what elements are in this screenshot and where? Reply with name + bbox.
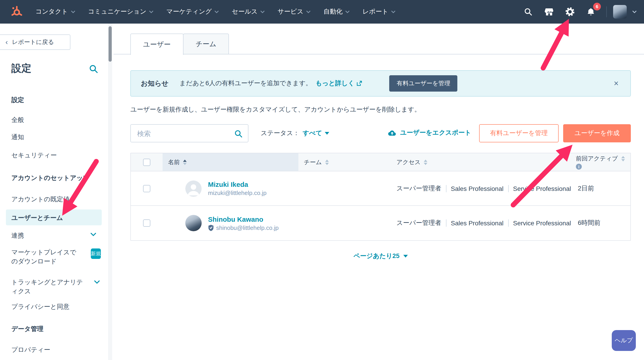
chevron-left-icon: ‹ [6, 38, 8, 46]
search-input[interactable] [131, 125, 248, 142]
nav-item-automation[interactable]: 自動化 [317, 0, 356, 23]
column-header-access[interactable]: アクセス [386, 153, 570, 171]
sidebar-scrollbar[interactable] [108, 23, 112, 360]
status-label: ステータス： [261, 129, 300, 137]
chevron-down-icon [345, 10, 350, 13]
sidebar-item-notifications[interactable]: 通知 [11, 132, 101, 142]
row-checkbox[interactable] [143, 185, 150, 192]
tab-teams[interactable]: チーム [183, 33, 229, 54]
verified-shield-icon [208, 224, 214, 231]
main-content: ユーザー チーム お知らせ まだあと6人の有料ユーザーを追加できます。 もっと詳… [114, 23, 644, 360]
sort-icon[interactable] [183, 159, 187, 165]
back-to-reports-button[interactable]: ‹ レポートに戻る [0, 34, 70, 50]
users-table: 名前 チーム アクセス 前回アクティブ i [130, 153, 631, 241]
create-user-button[interactable]: ユーザーを作成 [563, 124, 631, 142]
nav-item-sales[interactable]: セールス [225, 0, 271, 23]
chevron-down-icon [391, 10, 396, 13]
help-button[interactable]: ヘルプ [612, 330, 636, 351]
export-cloud-icon [388, 130, 396, 136]
divider [606, 6, 607, 17]
learn-more-link[interactable]: もっと詳しく [316, 79, 362, 88]
sort-icon[interactable] [325, 159, 328, 165]
user-name-link[interactable]: Mizuki Ikeda [208, 180, 266, 188]
manage-paid-users-banner-button[interactable]: 有料ユーザーを管理 [390, 75, 458, 92]
column-header-name[interactable]: 名前 [162, 153, 298, 171]
notifications-bell-icon[interactable]: 6 [582, 3, 600, 21]
new-badge: 新規 [91, 248, 101, 259]
table-row: Mizuki Ikeda mizuki@littlehelp.co.jp スーパ… [131, 171, 630, 206]
user-email: shinobu@littlehelp.co.jp [208, 224, 279, 231]
sidebar-item-marketplace-downloads[interactable]: マーケットプレイスでのダウンロード [11, 248, 80, 266]
manage-paid-users-button[interactable]: 有料ユーザーを管理 [479, 124, 558, 142]
top-nav: コンタクト コミュニケーション マーケティング セールス サービス 自動化 [0, 0, 644, 23]
row-checkbox[interactable] [143, 219, 150, 227]
sidebar-item-privacy-consent[interactable]: プライバシーと同意 [11, 302, 101, 311]
avatar [185, 180, 202, 196]
marketplace-icon[interactable] [540, 3, 558, 21]
toolbar: ステータス： すべて ユーザーをエクスポート 有料ユーザーを管理 ユーザーを作成 [130, 124, 631, 142]
nav-right: 6 [519, 3, 637, 21]
search-icon[interactable] [234, 130, 242, 138]
nav-item-reports[interactable]: レポート [356, 0, 402, 23]
column-header-last-active[interactable]: 前回アクティブ i [570, 153, 630, 171]
info-icon[interactable]: i [576, 164, 582, 170]
sort-icon[interactable] [621, 156, 625, 162]
banner-message: まだあと6人の有料ユーザーを追加できます。 [180, 79, 312, 88]
sidebar-item-security[interactable]: セキュリティー [11, 151, 101, 160]
chevron-down-icon [214, 10, 219, 13]
chevron-down-icon [70, 10, 75, 13]
chevron-down-icon [306, 10, 311, 13]
settings-gear-icon[interactable] [561, 3, 579, 21]
caret-down-icon [325, 132, 330, 135]
divider [508, 219, 508, 227]
select-all-checkbox[interactable] [143, 159, 150, 166]
chevron-down-icon [149, 10, 154, 13]
notification-badge: 6 [593, 3, 601, 10]
nav-item-communication[interactable]: コミュニケーション [82, 0, 160, 23]
sidebar-item-integrations[interactable]: 連携 [11, 231, 101, 240]
sidebar-search-icon[interactable] [89, 64, 98, 73]
page-description: ユーザーを新規作成し、ユーザー権限をカスタマイズして、アカウントからユーザーを削… [130, 106, 420, 114]
nav-item-service[interactable]: サービス [271, 0, 317, 23]
divider [508, 185, 508, 192]
main-menu: コンタクト コミュニケーション マーケティング セールス サービス 自動化 [29, 0, 402, 23]
sidebar-title: 設定 [11, 62, 31, 75]
sort-icon[interactable] [424, 159, 427, 165]
tab-users[interactable]: ユーザー [130, 33, 183, 55]
announcement-banner: お知らせ まだあと6人の有料ユーザーを追加できます。 もっと詳しく 有料ユーザー… [130, 70, 631, 97]
chevron-down-icon[interactable] [94, 280, 100, 284]
chevron-down-icon[interactable] [90, 233, 96, 236]
caret-down-icon [403, 255, 408, 258]
external-link-icon [357, 81, 362, 86]
access-cell: スーパー管理者 Sales Professional Service Profe… [386, 184, 571, 192]
nav-item-marketing[interactable]: マーケティング [160, 0, 226, 23]
sidebar-section-data-management: データ管理 [11, 324, 101, 333]
per-page-dropdown[interactable]: ページあたり25 [130, 252, 631, 260]
last-active-cell: 6時間前 [571, 219, 631, 227]
settings-sidebar: ‹ レポートに戻る 設定 設定 全般 通知 セキュリティー アカウントのセットア… [0, 23, 108, 360]
column-header-team[interactable]: チーム [298, 153, 386, 171]
status-dropdown[interactable]: すべて [303, 129, 330, 137]
hubspot-logo-icon[interactable] [10, 5, 24, 18]
nav-item-contacts[interactable]: コンタクト [29, 0, 82, 23]
user-name-link[interactable]: Shinobu Kawano [208, 215, 279, 223]
sidebar-item-properties[interactable]: プロパティー [11, 345, 101, 354]
export-users-link[interactable]: ユーザーをエクスポート [388, 129, 471, 137]
divider [446, 185, 446, 192]
close-icon[interactable]: × [612, 78, 620, 89]
table-header: 名前 チーム アクセス 前回アクティブ i [131, 153, 630, 171]
sidebar-item-tracking-analytics[interactable]: トラッキングとアナリティクス [11, 277, 84, 296]
user-search-box [130, 124, 248, 142]
table-row: Shinobu Kawano shinobu@littlehelp.co.jp … [131, 206, 630, 240]
sidebar-item-users-and-teams[interactable]: ユーザーとチーム [6, 209, 102, 225]
scrollbar-thumb[interactable] [108, 26, 112, 62]
user-avatar[interactable] [613, 5, 627, 18]
divider [446, 219, 446, 227]
access-cell: スーパー管理者 Sales Professional Service Profe… [386, 219, 571, 227]
user-email: mizuki@littlehelp.co.jp [208, 189, 266, 196]
account-chevron-down-icon[interactable] [632, 10, 637, 13]
sidebar-item-general[interactable]: 全般 [11, 115, 101, 124]
sidebar-item-account-defaults[interactable]: アカウントの既定値 [11, 194, 101, 203]
chevron-down-icon [260, 10, 265, 13]
search-icon[interactable] [519, 3, 537, 21]
